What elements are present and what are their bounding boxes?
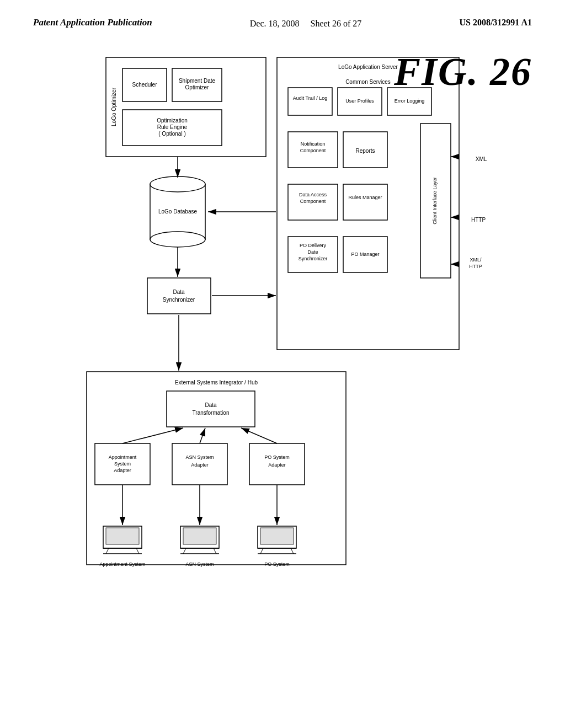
data-transformation-box [167,391,255,427]
xml-http-label2: HTTP [469,264,482,270]
client-interface-label: Client Interface Layer [432,178,438,225]
data-sync-box [147,278,211,314]
po-adapter-label2: Adapter [268,463,286,468]
publication-title: Patent Application Publication [33,17,152,29]
data-sync-label1: Data [173,289,185,295]
asn-system-label: ASN System [185,562,214,568]
appt-screen [106,528,139,544]
shipment-date-label: Shipment Date [179,78,216,84]
audit-trail-box [288,88,332,115]
data-access-label2: Component [300,199,326,205]
po-screen [260,528,294,544]
rules-manager-box [343,184,387,220]
opt-rule-label2: Rule Engine [157,124,188,130]
asn-screen [183,528,216,544]
external-systems-label: External Systems Integrator / Hub [175,379,258,386]
sheet-info: Dec. 18, 2008 Sheet 26 of 27 [152,17,460,30]
appt-adapter-label2: System [114,462,131,467]
po-system-label: PO System [264,562,290,568]
asn-adapter-label1: ASN System [185,455,214,461]
shipment-date-label2: Optimizer [185,84,209,90]
sheet-label: Sheet 26 of 27 [310,19,361,28]
figure-label: FIG. 26 [394,52,532,92]
page-header: Patent Application Publication Dec. 18, … [0,0,565,35]
notification-label2: Component [300,148,326,154]
opt-rule-label1: Optimization [157,117,188,124]
user-profiles-label: User Profiles [345,99,374,104]
xml-label: XML [476,156,487,162]
xml-http-label1: XML/ [470,258,482,263]
diagram-container: FIG. 26 LoGo Optimizer Scheduler Shipmen… [0,35,565,708]
opt-rule-label3: ( Optional ) [158,131,185,137]
date-label: Dec. 18, 2008 [250,19,300,28]
appt-adapter-label3: Adapter [114,468,131,474]
po-delivery-label3: Synchronizer [299,256,328,262]
audit-trail-label1: Audit Trail / Log [293,96,328,101]
logo-app-server-label: LoGo Application Server [338,64,398,70]
http-label: HTTP [471,217,486,223]
po-delivery-label2: Date [307,250,318,255]
appt-system-label1: Appointment System [99,562,145,568]
patent-number: US 2008/312991 A1 [459,17,532,28]
po-adapter-label1: PO System [264,455,290,461]
architecture-diagram: LoGo Optimizer Scheduler Shipment Date O… [62,46,514,697]
logo-db-label1: LoGo Database [158,208,197,215]
data-transform-label2: Transformation [193,410,230,416]
po-delivery-label1: PO Delivery [300,243,327,249]
error-logging-label: Error Logging [395,99,425,104]
patent-page: Patent Application Publication Dec. 18, … [0,0,565,728]
common-services-label: Common Services [345,79,391,85]
reports-label: Reports [355,148,375,154]
logo-optimizer-label: LoGo Optimizer [111,88,117,127]
logo-db-cover [151,177,205,191]
data-access-label1: Data Access [299,192,327,198]
scheduler-label: Scheduler [132,82,157,88]
asn-adapter-label2: Adapter [191,463,209,468]
logo-db-bottom [150,232,205,247]
po-manager-label: PO Manager [351,252,379,258]
rules-manager-label1: Rules Manager [348,195,382,201]
notification-label1: Notification [301,142,326,147]
data-sync-label2: Synchronizer [163,297,195,303]
appt-adapter-label1: Appointment [109,455,137,461]
data-transform-label1: Data [205,402,217,408]
